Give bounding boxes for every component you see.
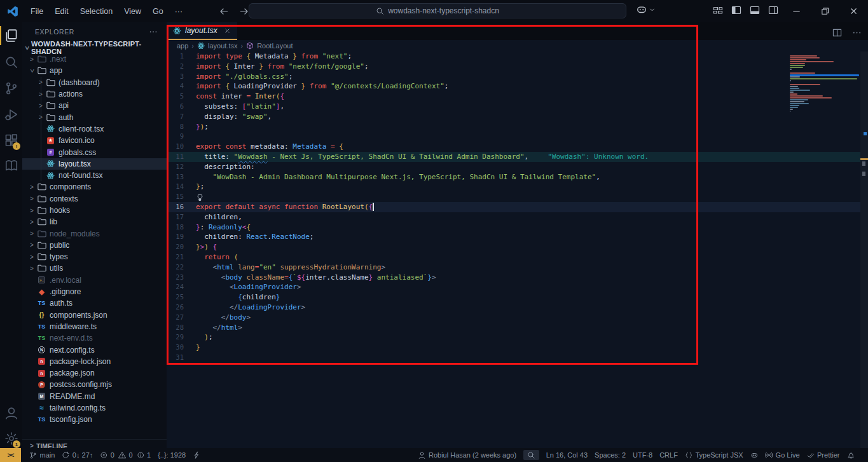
code-line-24[interactable]: 24 <LoadingProvider> [167,282,860,292]
tree-item-components[interactable]: >components [22,181,167,193]
menu-edit[interactable]: Edit [49,4,74,18]
tree-item-.gitignore[interactable]: ◆.gitignore [22,286,167,297]
menu-file[interactable]: File [25,4,49,18]
code-line-18[interactable]: 18}: Readonly<{ [167,222,860,233]
tree-item-dashboard[interactable]: >(dashboard) [22,77,167,88]
status-search-tool[interactable] [523,450,539,461]
status-go-live[interactable]: Go Live [765,451,799,459]
status-bolt[interactable] [193,451,201,459]
tree-item-public[interactable]: >public [22,240,167,251]
activitybar-source-control[interactable] [0,78,22,99]
code-line-22[interactable]: 22 <html lang="en" suppressHydrationWarn… [167,262,860,273]
status-prettier[interactable]: Prettier [807,451,840,459]
tree-item-package.json[interactable]: npackage.json [22,367,167,379]
toggle-panel-icon[interactable] [750,4,760,15]
code-line-8[interactable]: 8}); [167,122,860,132]
tree-item-next.config.ts[interactable]: Nnext.config.ts [22,344,167,355]
minimize-button[interactable] [782,0,811,22]
tab-close-icon[interactable] [224,25,231,36]
code-line-1[interactable]: 1import type { Metadata } from "next"; [167,51,860,62]
command-center-search[interactable]: wowdash-next-typescript-shadcn [249,3,626,18]
code-line-9[interactable]: 9 [167,132,860,142]
status-errors[interactable]: 0 [100,451,114,459]
back-arrow-icon[interactable] [219,6,229,17]
copilot-menu[interactable] [636,4,656,15]
forward-arrow-icon[interactable] [239,6,249,17]
code-line-10[interactable]: 10export const metadata: Metadata = { [167,142,860,152]
activitybar-accounts[interactable] [0,402,22,424]
code-line-20[interactable]: 20}>) { [167,242,860,252]
code-line-29[interactable]: 29 ); [167,332,860,343]
code-line-7[interactable]: 7 display: "swap", [167,112,860,122]
toggle-sidebar-icon[interactable] [731,4,741,15]
code-line-15[interactable]: 15 [167,192,860,202]
tree-item-contexts[interactable]: >contexts [22,193,167,205]
explorer-more-actions-icon[interactable] [149,27,167,37]
tree-item-components.json[interactable]: {}components.json [22,309,167,321]
code-line-17[interactable]: 17 children, [167,212,860,222]
close-window-button[interactable] [839,0,868,22]
tree-item-middleware.ts[interactable]: TSmiddleware.ts [22,321,167,332]
tree-item-nodemodules[interactable]: >node_modules [22,228,167,239]
tree-item-auth[interactable]: >auth [22,111,167,123]
status-eol[interactable]: CRLF [659,451,678,459]
tree-item-globals.css[interactable]: #globals.css [22,146,167,158]
code-line-30[interactable]: 30} [167,343,860,353]
tree-item-postcss.config.mjs[interactable]: Ppostcss.config.mjs [22,379,167,390]
tree-item-layout.tsx[interactable]: layout.tsx [22,158,167,170]
code-line-19[interactable]: 19 children: React.ReactNode; [167,232,860,242]
menu-selection[interactable]: Selection [74,4,118,18]
tree-item-lib[interactable]: >lib [22,216,167,228]
tree-item-app[interactable]: >app [22,65,167,76]
tree-item-package-lock.json[interactable]: npackage-lock.json [22,356,167,367]
code-line-23[interactable]: 23 <body className={`${inter.className} … [167,273,860,283]
status-warnings[interactable]: 0 [118,451,133,459]
tree-item-not-found.tsx[interactable]: not-found.tsx [22,170,167,181]
code-line-11[interactable]: 11 title: "Wowdash - Next Js, TypeScript… [167,152,860,162]
tree-item-README.md[interactable]: MREADME.md [22,391,167,402]
activitybar-explorer[interactable] [0,25,22,46]
status-git-blame[interactable]: Robiul Hasan (2 weeks ago) [418,451,516,459]
tree-item-client-root.tsx[interactable]: client-root.tsx [22,123,167,135]
minimap[interactable] [789,51,860,242]
tree-item-auth.ts[interactable]: TSauth.ts [22,297,167,309]
code-line-14[interactable]: 14}; [167,182,860,192]
code-line-12[interactable]: 12 description: [167,162,860,172]
overview-ruler-scrollbar[interactable] [860,51,868,448]
code-line-4[interactable]: 4import { LoadingProvider } from "@/cont… [167,81,860,92]
workspace-root-folder[interactable]: > WOWDASH-NEXT-TYPESCRIPT-SHADCN [22,42,167,53]
tree-item-hooks[interactable]: >hooks [22,205,167,216]
code-line-3[interactable]: 3import "./globals.css"; [167,72,860,82]
status-sync[interactable]: 0↓ 27↑ [62,451,93,459]
status-notifications[interactable] [847,451,855,459]
tree-item-types[interactable]: >types [22,251,167,262]
status-git-branch[interactable]: main [29,451,55,459]
code-line-26[interactable]: 26 </LoadingProvider> [167,302,860,313]
status-copilot[interactable] [750,451,759,459]
remote-indicator[interactable]: >< [0,448,21,462]
code-line-5[interactable]: 5const inter = Inter({ [167,92,860,102]
status-language-mode[interactable]: TypeScript JSX [685,451,743,459]
status-encoding[interactable]: UTF-8 [633,451,652,459]
quick-fix-lightbulb[interactable] [196,193,204,201]
code-line-27[interactable]: 27 </body> [167,313,860,323]
code-line-25[interactable]: 25 {children} [167,292,860,302]
code-line-21[interactable]: 21 return ( [167,252,860,262]
tree-item-actions[interactable]: >actions [22,88,167,100]
tree-item-next-env.d.ts[interactable]: TSnext-env.d.ts [22,332,167,344]
tree-item-api[interactable]: >api [22,100,167,111]
breadcrumb-app[interactable]: app [177,42,188,50]
tree-item-.next[interactable]: >.next [22,53,167,65]
activitybar-settings[interactable]: 1 [0,428,22,449]
tab-layout-tsx[interactable]: layout.tsx [167,22,237,40]
code-line-31[interactable]: 31 [167,353,860,363]
status-indentation[interactable]: Spaces: 2 [595,451,626,459]
editor-more-actions-icon[interactable] [852,27,862,38]
menu-go[interactable]: Go [147,4,169,18]
restore-button[interactable] [811,0,839,22]
tree-item-.env.local[interactable]: >_.env.local [22,275,167,286]
split-editor-icon[interactable] [832,27,842,38]
activitybar-search[interactable] [0,51,22,73]
status-cursor-position[interactable]: Ln 16, Col 43 [546,451,588,459]
status-infos[interactable]: 1 [137,451,151,459]
